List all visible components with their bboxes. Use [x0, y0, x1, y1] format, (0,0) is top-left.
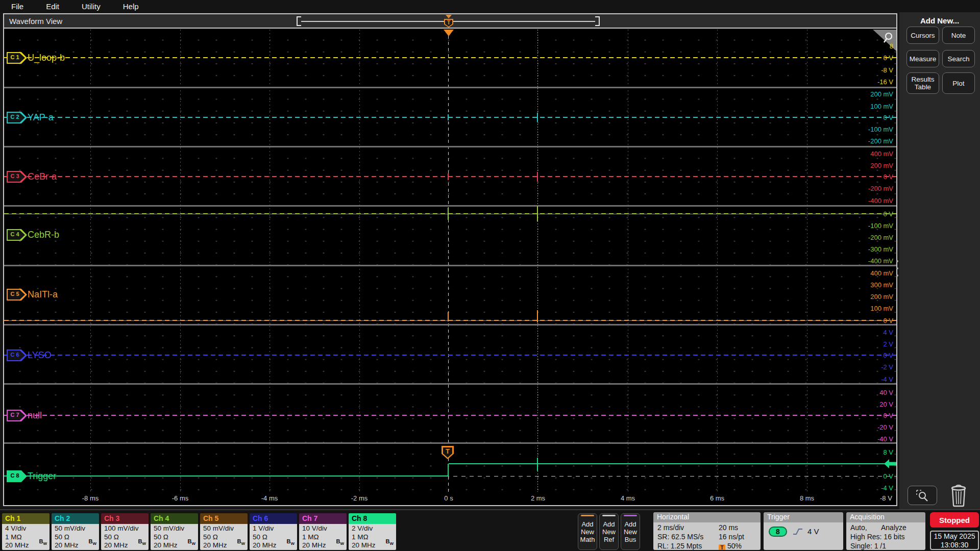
channel-tag-c8[interactable]: C 8	[7, 470, 27, 482]
channel-name-c1[interactable]: U_loop-b	[28, 53, 65, 63]
trigger-position-arrow-small-icon[interactable]	[446, 15, 452, 18]
channel-tag-c5[interactable]: C 5	[7, 289, 27, 300]
channel-name-c7[interactable]: null	[28, 410, 42, 421]
trigger-position-triangle-icon[interactable]	[444, 30, 454, 36]
channel-name-c3[interactable]: CeBr-a	[28, 171, 57, 182]
scale-label: 20 V	[879, 400, 893, 408]
trace-ch6[interactable]	[4, 355, 896, 356]
scale-label: -2 V	[881, 363, 893, 371]
channel-badge-ch4[interactable]: Ch 4 50 mV/div 50 Ω 20 MHz BW	[151, 513, 198, 550]
acquisition-panel[interactable]: Acquisition Auto, Analyze High Res: 16 b…	[846, 512, 925, 550]
date-value: 15 May 2025	[931, 532, 978, 541]
add-new-bus-button[interactable]: Add New Bus	[621, 513, 640, 550]
channel-tag-c3[interactable]: C 3	[7, 171, 27, 183]
channel-tag-c2[interactable]: C 2	[7, 112, 27, 123]
horizontal-panel[interactable]: Horizontal 2 ms/div SR: 62.5 MS/s RL: 1.…	[653, 512, 761, 550]
trace-ch1[interactable]	[4, 57, 896, 58]
menu-edit[interactable]: Edit	[46, 2, 59, 11]
scale-label: -4 V	[881, 484, 893, 492]
scale-label: -16 V	[877, 78, 893, 86]
trace-ch5[interactable]	[4, 320, 896, 321]
spike-ch5	[537, 310, 538, 322]
measure-button[interactable]: Measure	[906, 50, 939, 67]
zoom-select-icon	[915, 489, 930, 502]
channel-name-c5[interactable]: NaITl-a	[28, 289, 58, 300]
trace-ch7[interactable]	[4, 415, 896, 416]
channel-tag-c1[interactable]: C 1	[7, 52, 27, 64]
channel-badge-ch5[interactable]: Ch 5 50 mV/div 50 Ω 20 MHz BW	[200, 513, 248, 550]
channel-badge-ch6[interactable]: Ch 6 1 V/div 50 Ω 20 MHz BW	[250, 513, 297, 550]
channel-badge-ch2[interactable]: Ch 2 50 mV/div 50 Ω 20 MHz BW	[52, 513, 99, 550]
scale-label: 8	[890, 42, 893, 50]
run-state-button[interactable]: Stopped	[930, 512, 979, 528]
scale-label: -200 mV	[868, 234, 893, 241]
trace-ch4[interactable]	[4, 213, 896, 214]
scale-label: -200 mV	[868, 185, 893, 192]
results-table-button[interactable]: Results Table	[906, 72, 939, 94]
time-tick: -4 ms	[261, 494, 278, 502]
channel-badge-ch8-selected[interactable]: Ch 8 2 V/div 1 MΩ 20 MHz BW	[349, 513, 396, 550]
trigger-position-percent: 50%	[727, 542, 742, 550]
bandwidth-limit-icon: BW	[39, 537, 47, 548]
channel-name-c8[interactable]: Trigger	[28, 471, 56, 482]
add-new-ref-button[interactable]: Add New Ref	[599, 513, 619, 550]
trigger-panel[interactable]: Trigger 8 4 V	[764, 512, 843, 550]
scale-label: -8 V	[881, 66, 893, 74]
tag-label: C 8	[7, 472, 23, 479]
menu-help[interactable]: Help	[123, 2, 139, 11]
time-tick: -2 ms	[351, 494, 368, 502]
trigger-level-arrow-icon[interactable]	[884, 459, 896, 468]
settings-bar: Ch 1 4 V/div 1 MΩ 20 MHz BW Ch 2 50 mV/d…	[0, 509, 980, 551]
trace-ch8-low-segment[interactable]	[4, 475, 449, 477]
channel-tag-c6[interactable]: C 6	[7, 349, 27, 361]
trigger-point-badge[interactable]: T	[442, 446, 454, 459]
sample-rate: SR: 62.5 MS/s	[657, 533, 703, 541]
scale-label: 0 V	[883, 472, 893, 480]
note-button[interactable]: Note	[942, 27, 975, 44]
badge-header: Ch 5	[200, 513, 248, 524]
trace-ch8-step-edge	[448, 464, 449, 477]
search-button[interactable]: Search	[942, 50, 975, 67]
zoom-select-button[interactable]	[908, 486, 937, 505]
channel-name-c4[interactable]: CebR-b	[28, 230, 59, 240]
badge-body: 50 mV/div 50 Ω 20 MHz BW	[151, 524, 198, 550]
bandwidth-limit-icon: BW	[138, 537, 146, 548]
trigger-source-badge: 8	[769, 527, 787, 537]
badge-header: Ch 2	[52, 513, 99, 524]
channel-name-c6[interactable]: LYSO	[28, 350, 52, 361]
scale-label: -40 V	[877, 435, 893, 443]
graticule[interactable]: T C 1 C 2 C 3	[4, 30, 896, 492]
panel-drag-handle[interactable]	[896, 255, 899, 282]
time-tick: 4 ms	[621, 494, 635, 502]
spike-ch4	[448, 208, 449, 220]
channel-badge-ch3[interactable]: Ch 3 100 mV/div 50 Ω 20 MHz BW	[101, 513, 149, 550]
channel-badge-ch7[interactable]: Ch 7 10 V/div 1 MΩ 20 MHz BW	[299, 513, 347, 550]
trace-ch3[interactable]	[4, 176, 896, 177]
channel-name-c2[interactable]: YAP-a	[28, 112, 54, 123]
trace-ch2[interactable]	[4, 117, 896, 118]
plot-button[interactable]: Plot	[942, 72, 975, 94]
scale-label: 200 mV	[870, 293, 893, 300]
waveform-view: Waveform View T	[3, 13, 897, 506]
scale-label: 0 V	[883, 412, 893, 419]
add-new-math-button[interactable]: Add New Math	[578, 513, 597, 550]
acquisition-title: Acquisition	[846, 512, 925, 522]
menu-utility[interactable]: Utility	[82, 2, 101, 11]
waveform-view-title: Waveform View	[9, 17, 62, 26]
trigger-level: 4 V	[807, 527, 819, 536]
trash-icon[interactable]	[949, 484, 968, 507]
channel-tag-c4[interactable]: C 4	[7, 229, 27, 241]
cursors-button[interactable]: Cursors	[906, 27, 939, 44]
channel-badge-ch1[interactable]: Ch 1 4 V/div 1 MΩ 20 MHz BW	[2, 513, 50, 550]
spike-ch2	[537, 113, 538, 122]
bus-accent	[624, 515, 637, 516]
badge-body: 1 V/div 50 Ω 20 MHz BW	[250, 524, 297, 550]
scale-label: 0 V	[883, 317, 893, 324]
overview-bracket-right[interactable]	[595, 16, 600, 26]
overview-bracket-left[interactable]	[297, 16, 301, 26]
menu-file[interactable]: File	[11, 2, 23, 11]
channel-tag-c7[interactable]: C 7	[7, 410, 27, 421]
trace-ch8-high-segment[interactable]	[449, 463, 896, 464]
horizontal-scale: 2 ms/div	[657, 523, 684, 532]
scale-label: 0 V	[883, 210, 893, 218]
